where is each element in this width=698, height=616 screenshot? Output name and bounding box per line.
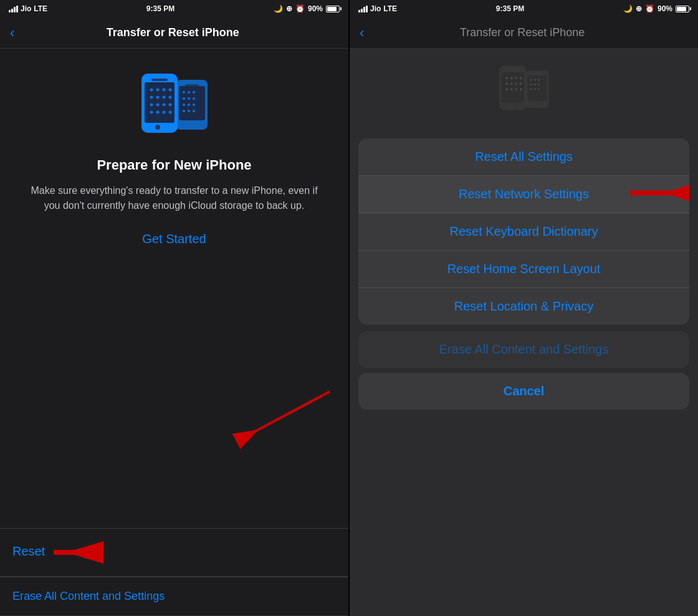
signal-bars-icon	[9, 6, 18, 12]
moon-icon: 🌙	[274, 4, 283, 13]
action-group-main: Reset All Settings Reset Network Setting…	[358, 138, 689, 325]
svg-point-8	[193, 97, 195, 100]
svg-point-23	[156, 96, 159, 99]
reset-location-privacy-button[interactable]: Reset Location & Privacy	[358, 288, 689, 325]
left-status-right: 🌙 ⊕ ⏰ 90%	[274, 4, 340, 13]
reset-location-privacy-label: Reset Location & Privacy	[454, 299, 593, 313]
right-nav-bar: ‹ Transfer or Reset iPhone	[350, 17, 698, 49]
right-link-icon: ⊕	[636, 4, 642, 13]
svg-point-30	[150, 111, 153, 114]
right-signal-bars-icon	[358, 6, 368, 12]
svg-point-20	[162, 89, 165, 92]
reset-button[interactable]: Reset	[0, 529, 348, 577]
right-battery-percent: 90%	[657, 4, 672, 13]
svg-rect-40	[527, 75, 547, 101]
network-label: LTE	[34, 4, 47, 13]
cancel-button[interactable]: Cancel	[358, 373, 689, 410]
svg-point-9	[183, 103, 185, 106]
svg-point-48	[530, 89, 532, 90]
svg-point-29	[168, 103, 171, 107]
get-started-button[interactable]: Get Started	[142, 232, 206, 246]
svg-point-63	[510, 88, 512, 90]
svg-rect-53	[507, 70, 519, 72]
left-back-button[interactable]: ‹	[10, 25, 14, 41]
erase-partial-button[interactable]: Erase All Content and Settings	[358, 331, 689, 368]
svg-point-22	[150, 96, 153, 99]
svg-point-10	[188, 103, 190, 106]
right-network-label: LTE	[383, 4, 397, 13]
reset-home-screen-layout-button[interactable]: Reset Home Screen Layout	[358, 251, 689, 288]
svg-point-21	[168, 89, 171, 92]
left-status-bar: Jio LTE 9:35 PM 🌙 ⊕ ⏰ 90%	[0, 0, 348, 17]
svg-point-4	[188, 91, 190, 94]
svg-point-55	[510, 77, 512, 79]
svg-point-18	[150, 89, 153, 92]
svg-point-25	[168, 96, 171, 99]
svg-rect-41	[532, 74, 542, 75]
right-status-bar: Jio LTE 9:35 PM 🌙 ⊕ ⏰ 90%	[350, 0, 698, 17]
left-nav-bar: ‹ Transfer or Reset iPhone	[0, 17, 348, 49]
svg-point-56	[515, 77, 517, 79]
battery-percent: 90%	[308, 4, 323, 13]
svg-point-44	[537, 79, 539, 81]
right-panel: Jio LTE 9:35 PM 🌙 ⊕ ⏰ 90% ‹ Transfer or …	[350, 0, 698, 616]
svg-point-3	[183, 91, 185, 94]
svg-point-43	[533, 79, 535, 81]
left-status-left: Jio LTE	[9, 4, 47, 13]
action-sheet: Reset All Settings Reset Network Setting…	[350, 138, 698, 410]
svg-point-45	[530, 84, 532, 85]
reset-keyboard-dictionary-label: Reset Keyboard Dictionary	[450, 224, 598, 238]
right-back-button[interactable]: ‹	[360, 25, 364, 41]
svg-rect-1	[179, 86, 205, 120]
erase-button[interactable]: Erase All Content and Settings	[0, 577, 348, 616]
svg-point-54	[505, 77, 508, 79]
erase-label: Erase All Content and Settings	[12, 590, 165, 602]
left-status-center: 9:35 PM	[146, 4, 174, 13]
time-label: 9:35 PM	[146, 4, 174, 13]
reset-label: Reset	[12, 544, 45, 558]
svg-point-57	[519, 77, 522, 79]
svg-point-66	[509, 104, 513, 108]
battery-icon	[326, 6, 340, 12]
reset-network-settings-button[interactable]: Reset Network Settings	[358, 176, 689, 213]
svg-point-42	[530, 79, 532, 81]
svg-point-58	[505, 82, 508, 85]
svg-point-60	[515, 82, 517, 85]
svg-point-64	[515, 88, 517, 90]
reset-all-settings-label: Reset All Settings	[475, 150, 573, 163]
svg-point-28	[162, 103, 165, 107]
svg-point-11	[193, 103, 195, 106]
right-battery-icon	[676, 6, 689, 12]
erase-partial-group: Erase All Content and Settings	[358, 331, 689, 368]
svg-point-14	[193, 110, 195, 112]
right-main-content: Reset All Settings Reset Network Setting…	[350, 49, 698, 616]
svg-rect-36	[54, 550, 85, 555]
left-panel: Jio LTE 9:35 PM 🌙 ⊕ ⏰ 90% ‹ Transfer or …	[0, 0, 348, 616]
alarm-icon: ⏰	[295, 4, 305, 13]
svg-point-19	[156, 89, 159, 92]
svg-point-31	[156, 111, 159, 114]
svg-point-47	[537, 84, 539, 85]
svg-point-7	[188, 97, 190, 100]
link-icon: ⊕	[286, 4, 292, 13]
svg-point-50	[537, 89, 539, 90]
svg-rect-68	[630, 190, 674, 195]
right-status-left: Jio LTE	[358, 4, 397, 13]
right-alarm-icon: ⏰	[645, 4, 654, 13]
right-time-label: 9:35 PM	[496, 4, 524, 13]
bottom-items: Reset Erase All Content and Settings	[0, 529, 348, 616]
svg-point-65	[519, 88, 522, 90]
reset-network-settings-label: Reset Network Settings	[459, 187, 589, 201]
reset-keyboard-dictionary-button[interactable]: Reset Keyboard Dictionary	[358, 213, 689, 251]
right-nav-title: Transfer or Reset iPhone	[369, 26, 676, 39]
svg-point-33	[168, 111, 171, 114]
svg-point-13	[188, 110, 190, 112]
reset-all-settings-button[interactable]: Reset All Settings	[358, 138, 689, 176]
right-status-center: 9:35 PM	[496, 4, 524, 13]
svg-point-62	[505, 88, 508, 90]
right-phone-icon	[493, 61, 555, 120]
svg-point-32	[162, 111, 165, 114]
right-status-right: 🌙 ⊕ ⏰ 90%	[623, 4, 689, 13]
carrier-label: Jio	[21, 4, 31, 13]
prepare-title: Prepare for New iPhone	[97, 157, 251, 173]
